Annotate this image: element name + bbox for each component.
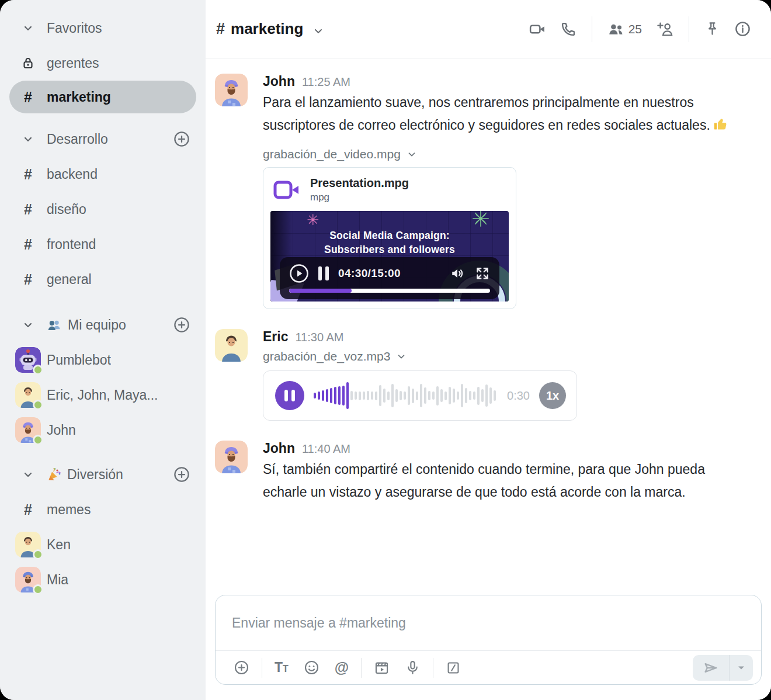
wave-bar bbox=[489, 387, 492, 404]
channel-label: diseño bbox=[47, 202, 86, 217]
sidebar-section-desarrollo[interactable]: Desarrollo bbox=[0, 122, 206, 157]
channel-label: marketing bbox=[47, 89, 111, 105]
sidebar-section-diversion[interactable]: Diversión bbox=[0, 457, 206, 492]
wave-bar bbox=[485, 384, 488, 407]
volume-icon[interactable] bbox=[449, 265, 466, 282]
wave-bar bbox=[416, 391, 418, 400]
sidebar-item-frontend[interactable]: # frontend bbox=[0, 227, 206, 262]
add-member-button[interactable] bbox=[651, 16, 678, 42]
wave-bar bbox=[461, 384, 463, 407]
channel-name: marketing bbox=[231, 20, 303, 38]
sidebar-section-favoritos[interactable]: Favoritos bbox=[0, 11, 206, 46]
section-label: Desarrollo bbox=[47, 131, 108, 147]
info-button[interactable] bbox=[730, 16, 756, 42]
channel-label: gerentes bbox=[47, 56, 99, 71]
video-progress-bar[interactable] bbox=[289, 289, 490, 293]
video-message-button[interactable] bbox=[366, 655, 397, 680]
sidebar-item-general[interactable]: # general bbox=[0, 262, 206, 297]
message-author[interactable]: John bbox=[263, 74, 295, 89]
voice-pause-button[interactable] bbox=[275, 381, 304, 410]
video-attachment-card[interactable]: Presentation.mpg mpg bbox=[263, 167, 516, 309]
sparkle-icon bbox=[469, 211, 492, 228]
channel-title-button[interactable]: # marketing bbox=[216, 20, 324, 38]
chevron-down-icon[interactable] bbox=[9, 22, 47, 34]
avatar[interactable] bbox=[215, 74, 248, 106]
wave-bar bbox=[453, 389, 455, 403]
pin-button[interactable] bbox=[700, 16, 725, 41]
video-call-button[interactable] bbox=[524, 16, 551, 43]
sidebar-item-marketing[interactable]: # marketing bbox=[9, 81, 196, 113]
wave-bar bbox=[400, 391, 402, 400]
video-file-icon bbox=[273, 178, 301, 202]
wave-bar bbox=[412, 389, 414, 403]
send-options-button[interactable] bbox=[729, 655, 753, 681]
sidebar-section-mi-equipo[interactable]: Mi equipo bbox=[0, 307, 206, 342]
chevron-down-icon[interactable] bbox=[9, 469, 47, 480]
sidebar-item-ken[interactable]: Ken bbox=[0, 527, 206, 562]
wave-bar bbox=[473, 391, 475, 400]
message-timestamp: 11:25 AM bbox=[302, 75, 350, 89]
chevron-down-icon[interactable] bbox=[9, 319, 47, 331]
avatar bbox=[15, 382, 41, 408]
avatar[interactable] bbox=[215, 441, 248, 473]
sidebar-item-mia[interactable]: Mia bbox=[0, 562, 206, 597]
phone-call-button[interactable] bbox=[555, 16, 581, 42]
online-indicator bbox=[33, 584, 43, 595]
fullscreen-icon[interactable] bbox=[475, 266, 490, 281]
wave-bar bbox=[363, 391, 365, 400]
play-button[interactable] bbox=[289, 264, 309, 283]
divider bbox=[689, 16, 689, 42]
send-button[interactable] bbox=[693, 655, 729, 681]
sidebar-item-gerentes[interactable]: gerentes bbox=[0, 46, 206, 81]
shortcut-button[interactable] bbox=[438, 656, 468, 680]
dm-label: Pumblebot bbox=[47, 352, 111, 368]
online-indicator bbox=[33, 365, 43, 375]
mention-button[interactable]: @ bbox=[327, 656, 356, 680]
avatar[interactable] bbox=[215, 329, 248, 362]
dm-label: Eric, John, Maya... bbox=[47, 387, 158, 403]
channel-label: frontend bbox=[47, 237, 96, 252]
wave-bar bbox=[395, 389, 398, 402]
wave-bar bbox=[326, 389, 328, 402]
sidebar-item-pumblebot[interactable]: Pumblebot bbox=[0, 342, 206, 377]
audio-message-button[interactable] bbox=[397, 655, 428, 680]
wave-bar bbox=[330, 388, 332, 403]
add-dm-button[interactable] bbox=[173, 316, 190, 334]
format-button[interactable]: TT bbox=[267, 656, 296, 679]
add-channel-button[interactable] bbox=[173, 466, 190, 483]
channel-label: backend bbox=[47, 167, 98, 182]
sidebar-item-diseno[interactable]: # diseño bbox=[0, 192, 206, 227]
pause-button[interactable] bbox=[318, 266, 329, 280]
message-input[interactable]: Enviar mensaje a #marketing bbox=[216, 595, 761, 650]
wave-bar bbox=[432, 391, 435, 400]
wave-bar bbox=[342, 386, 345, 406]
wave-bar bbox=[391, 384, 394, 407]
sidebar-item-memes[interactable]: # memes bbox=[0, 492, 206, 527]
message: John 11:40 AM Sí, también compartiré el … bbox=[215, 441, 750, 504]
attach-button[interactable] bbox=[226, 655, 257, 680]
add-channel-button[interactable] bbox=[173, 130, 190, 148]
video-time-display: 04:30/15:00 bbox=[338, 267, 401, 280]
main-panel: # marketing 25 bbox=[206, 0, 771, 700]
sidebar-item-john[interactable]: John bbox=[0, 413, 206, 448]
voice-speed-button[interactable]: 1x bbox=[539, 382, 566, 409]
sidebar-item-backend[interactable]: # backend bbox=[0, 157, 206, 192]
hash-icon: # bbox=[9, 201, 47, 218]
message-author[interactable]: Eric bbox=[263, 329, 288, 345]
chevron-down-icon[interactable] bbox=[9, 133, 47, 145]
attachment-name: grabación_de_voz.mp3 bbox=[263, 349, 390, 363]
divider bbox=[262, 658, 262, 678]
wave-bar bbox=[428, 391, 430, 400]
composer-toolbar: TT @ bbox=[216, 650, 761, 684]
attachment-toggle[interactable]: grabación_de_video.mpg bbox=[263, 147, 750, 161]
voice-waveform[interactable] bbox=[314, 379, 498, 412]
attachment-toggle[interactable]: grabación_de_voz.mp3 bbox=[263, 349, 750, 363]
emoji-button[interactable] bbox=[296, 655, 327, 680]
members-button[interactable]: 25 bbox=[603, 17, 647, 41]
sidebar-item-group-dm[interactable]: Eric, John, Maya... bbox=[0, 377, 206, 413]
message-author[interactable]: John bbox=[263, 441, 295, 456]
message-text: Sí, también compartiré el contenido cuan… bbox=[263, 458, 750, 504]
wave-bar bbox=[338, 386, 341, 405]
video-thumbnail[interactable]: Social Media Campaign: Subscribers and f… bbox=[270, 211, 509, 302]
wave-bar bbox=[379, 385, 381, 406]
